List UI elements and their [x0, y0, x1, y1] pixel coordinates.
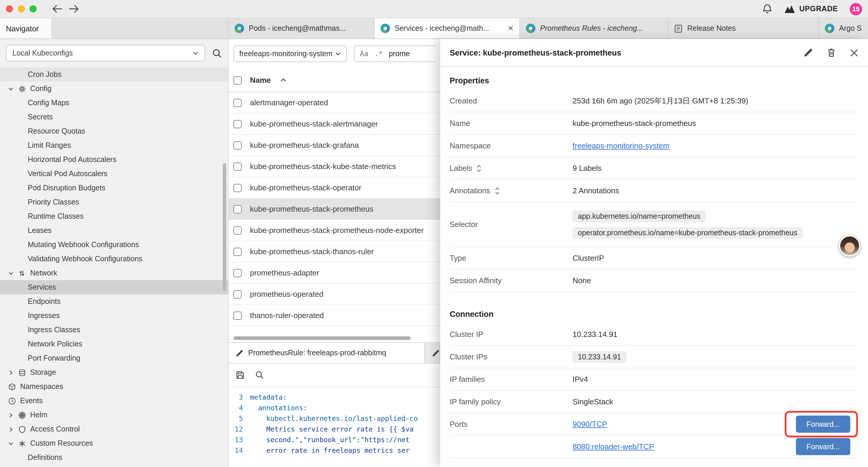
tab-release-notes[interactable]: Release Notes	[668, 18, 819, 38]
sidebar-item-storage[interactable]: Storage	[0, 365, 228, 380]
close-window-button[interactable]	[6, 5, 13, 12]
search-input[interactable]: Aa .* prome	[354, 46, 435, 62]
match-case-toggle[interactable]: Aa	[360, 50, 368, 58]
expand-updown-icon[interactable]	[494, 187, 500, 194]
sidebar-item-endpoints[interactable]: Endpoints	[0, 294, 228, 309]
code-line[interactable]: 5 kubectl.kubernetes.io/last-applied-co	[229, 413, 440, 424]
kubeconfig-selector[interactable]: Local Kubeconfigs	[6, 45, 205, 61]
tab-argo[interactable]: Argo S	[819, 18, 868, 38]
forward-arrow-icon[interactable]	[68, 5, 79, 13]
row-checkbox[interactable]	[234, 311, 242, 320]
search-icon[interactable]	[255, 371, 264, 380]
chevron-down-icon[interactable]	[8, 86, 13, 91]
row-checkbox[interactable]	[234, 120, 242, 128]
sidebar-item-pod-disruption-budgets[interactable]: Pod Disruption Budgets	[0, 181, 228, 195]
code-line[interactable]: 12 Metrics service error rate is {{ $va	[229, 424, 440, 435]
sidebar-item-vertical-pod-autoscalers[interactable]: Vertical Pod Autoscalers	[0, 167, 228, 181]
row-checkbox[interactable]	[234, 205, 242, 213]
yaml-editor[interactable]: 3metadata:4 annotations:5 kubectl.kubern…	[229, 387, 440, 467]
navigator-tab[interactable]: Navigator	[0, 18, 52, 38]
close-tab-icon[interactable]: ×	[508, 24, 514, 33]
sidebar-item-events[interactable]: Events	[0, 394, 228, 408]
table-row[interactable]: alertmanager-operated	[229, 92, 440, 114]
sidebar-item-config-maps[interactable]: Config Maps	[0, 96, 228, 110]
table-row[interactable]: kube-prometheus-stack-prometheus	[229, 199, 440, 220]
close-icon[interactable]	[850, 48, 859, 57]
sidebar-item-limit-ranges[interactable]: Limit Ranges	[0, 138, 228, 152]
dock-tab-partial[interactable]	[425, 343, 440, 363]
sidebar-scrollbar[interactable]	[223, 163, 226, 291]
chevron-down-icon[interactable]	[8, 270, 13, 276]
sidebar-item-config[interactable]: Config	[0, 82, 228, 96]
tab-pods[interactable]: Pods - icecheng@mathmas...	[229, 18, 375, 38]
sidebar-item-network-policies[interactable]: Network Policies	[0, 337, 228, 351]
row-checkbox[interactable]	[234, 162, 242, 171]
code-line[interactable]: 14 error rate in freeleaps metrics ser	[229, 445, 440, 456]
expand-updown-icon[interactable]	[476, 165, 482, 172]
row-checkbox[interactable]	[234, 98, 242, 107]
minimize-window-button[interactable]	[18, 5, 25, 12]
sidebar-item-namespaces[interactable]: Namespaces	[0, 380, 228, 394]
save-icon[interactable]	[236, 371, 245, 380]
sidebar-item-secrets[interactable]: Secrets	[0, 110, 228, 124]
chevron-down-icon[interactable]	[8, 441, 13, 446]
chevron-right-icon[interactable]	[8, 370, 13, 375]
regex-toggle[interactable]: .*	[374, 50, 383, 58]
sidebar-item-mutating-webhook-configurations[interactable]: Mutating Webhook Configurations	[0, 238, 228, 252]
forward-button[interactable]: Forward...	[796, 415, 850, 433]
sidebar-item-custom-resources[interactable]: Custom Resources	[0, 436, 228, 450]
name-column-header[interactable]: Name	[250, 76, 271, 85]
sidebar-item-runtime-classes[interactable]: Runtime Classes	[0, 209, 228, 224]
sidebar-item-port-forwarding[interactable]: Port Forwarding	[0, 351, 228, 365]
port-link-8080[interactable]: 8080:reloader-web/TCP	[572, 442, 654, 451]
table-row[interactable]: kube-prometheus-stack-thanos-ruler	[229, 241, 440, 262]
sidebar-item-cron-jobs[interactable]: Cron Jobs	[0, 67, 228, 82]
sidebar-item-network[interactable]: Network	[0, 266, 228, 280]
table-row[interactable]: kube-prometheus-stack-prometheus-node-ex…	[229, 220, 440, 241]
table-row[interactable]: prometheus-adapter	[229, 262, 440, 284]
sidebar-item-horizontal-pod-autoscalers[interactable]: Horizontal Pod Autoscalers	[0, 152, 228, 167]
sidebar-item-ingress-classes[interactable]: Ingress Classes	[0, 323, 228, 337]
port-link-9090[interactable]: 9090/TCP	[572, 420, 607, 429]
horizontal-scrollbar[interactable]	[229, 334, 440, 342]
sidebar-item-ingresses[interactable]: Ingresses	[0, 309, 228, 323]
table-row[interactable]: prometheus-operated	[229, 284, 440, 305]
tab-prometheus-rules[interactable]: Prometheus Rules - icecheng...	[520, 18, 668, 38]
table-row[interactable]: kube-prometheus-stack-kube-state-metrics	[229, 156, 440, 177]
forward-button[interactable]: Forward...	[796, 438, 850, 455]
chevron-right-icon[interactable]	[8, 412, 13, 418]
sidebar-item-resource-quotas[interactable]: Resource Quotas	[0, 124, 228, 138]
namespace-link[interactable]: freeleaps-monitoring-system	[572, 141, 670, 150]
row-checkbox[interactable]	[234, 183, 242, 192]
back-arrow-icon[interactable]	[52, 5, 63, 13]
sidebar-item-leases[interactable]: Leases	[0, 224, 228, 238]
row-checkbox[interactable]	[234, 290, 242, 298]
sidebar-item-priority-classes[interactable]: Priority Classes	[0, 195, 228, 209]
horizontal-scrollbar-thumb[interactable]	[234, 337, 411, 340]
table-row[interactable]: kube-prometheus-stack-grafana	[229, 135, 440, 156]
sort-ascending-icon[interactable]	[280, 78, 287, 82]
table-row[interactable]: thanos-ruler-operated	[229, 305, 440, 326]
sidebar-item-helm[interactable]: Helm	[0, 408, 228, 422]
edit-pencil-icon[interactable]	[804, 48, 813, 57]
tab-services[interactable]: Services - icecheng@math... ×	[375, 18, 520, 38]
row-checkbox[interactable]	[234, 247, 242, 256]
namespace-filter-select[interactable]: freeleaps-monitoring-system	[234, 46, 347, 62]
code-line[interactable]: 4 annotations:	[229, 403, 440, 413]
row-checkbox[interactable]	[234, 269, 242, 277]
user-avatar[interactable]	[839, 235, 860, 257]
row-checkbox[interactable]	[234, 141, 242, 149]
notifications-bell-icon[interactable]	[762, 4, 772, 14]
select-all-checkbox[interactable]	[234, 76, 242, 84]
row-checkbox[interactable]	[234, 226, 242, 234]
sidebar-item-access-control[interactable]: Access Control	[0, 422, 228, 436]
code-line[interactable]: 3metadata:	[229, 392, 440, 403]
chevron-right-icon[interactable]	[8, 427, 13, 432]
trash-icon[interactable]	[827, 48, 836, 57]
sidebar-item-definitions[interactable]: Definitions	[0, 450, 228, 465]
dock-tab-prometheusrule[interactable]: PrometheusRule: freeleaps-prod-rabbitmq	[229, 343, 425, 363]
notification-count-badge[interactable]: 15	[850, 3, 862, 15]
upgrade-button[interactable]: UPGRADE	[784, 4, 838, 13]
table-row[interactable]: kube-prometheus-stack-alertmanager	[229, 114, 440, 135]
search-icon[interactable]	[212, 48, 222, 58]
